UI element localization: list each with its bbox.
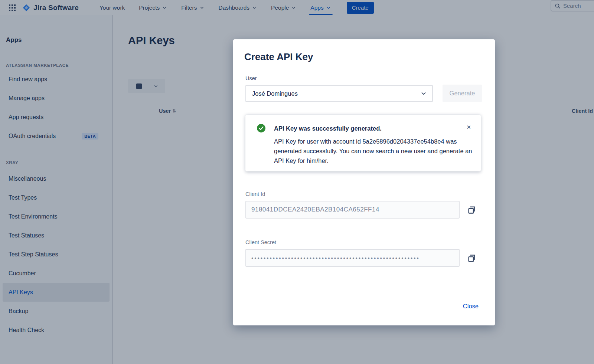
success-flag: API Key was successfully generated. ✕ AP… [245,115,481,171]
flag-close-icon[interactable]: ✕ [466,124,471,130]
close-modal-link[interactable]: Close [463,303,479,310]
modal-title: Create API Key [244,51,313,63]
client-secret-field[interactable]: ••••••••••••••••••••••••••••••••••••••••… [245,249,460,267]
client-secret-masked-value: ••••••••••••••••••••••••••••••••••••••••… [251,255,420,261]
copy-icon [467,205,477,215]
create-api-key-modal: Create API Key User José Domingues Gener… [233,39,495,325]
flag-message: API Key for user with account id 5a2e589… [274,137,474,165]
copy-icon [467,253,477,263]
chevron-down-icon [420,90,427,97]
success-check-icon [257,124,266,134]
generate-button[interactable]: Generate [443,85,482,102]
client-secret-label: Client Secret [245,239,276,245]
application-window: Jira Software Your work Projects Filters… [0,0,594,364]
client-id-value: 918041DDCEA2420EBA2B104CA652FF14 [251,206,379,213]
flag-title: API Key was successfully generated. [274,125,382,132]
user-select[interactable]: José Domingues [245,85,433,102]
client-id-field[interactable]: 918041DDCEA2420EBA2B104CA652FF14 [245,201,460,219]
client-id-label: Client Id [245,191,265,197]
user-field-label: User [245,75,257,81]
copy-client-id-button[interactable] [466,204,477,216]
user-select-value: José Domingues [252,90,298,97]
copy-client-secret-button[interactable] [466,253,477,265]
